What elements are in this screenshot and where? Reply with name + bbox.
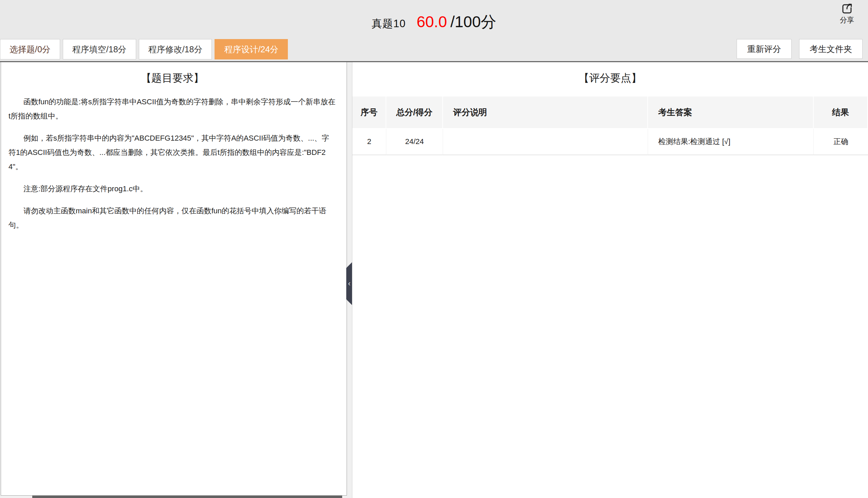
- question-paragraph: 例如，若s所指字符串中的内容为"ABCDEFG12345"，其中字符A的ASCI…: [9, 131, 336, 174]
- share-label: 分享: [835, 15, 859, 25]
- exam-title: 真题10: [372, 17, 406, 31]
- table-cell-index: 2: [352, 129, 386, 155]
- rescore-button[interactable]: 重新评分: [737, 39, 791, 59]
- column-header-explanation: 评分说明: [443, 96, 648, 129]
- header: 真题10 60.0 /100分 分享: [0, 0, 868, 37]
- panel-collapse-handle[interactable]: ‹: [346, 262, 352, 305]
- scoring-table: 序号 总分/得分 评分说明 考生答案 结果 2 24/24 检测结果:检测通过 …: [352, 96, 868, 155]
- table-cell-score: 24/24: [386, 129, 443, 155]
- scoring-points-panel: 【评分要点】 序号 总分/得分 评分说明 考生答案 结果 2 24/24 检测结…: [352, 62, 868, 498]
- table-cell-explanation: [443, 129, 648, 155]
- column-header-index: 序号: [352, 96, 386, 129]
- horizontal-scrollbar-thumb[interactable]: [32, 496, 342, 498]
- question-paragraph: 函数fun的功能是:将s所指字符串中ASCII值为奇数的字符删除，串中剩余字符形…: [9, 95, 336, 123]
- question-text: 函数fun的功能是:将s所指字符串中ASCII值为奇数的字符删除，串中剩余字符形…: [9, 95, 336, 232]
- question-requirements-panel: 【题目要求】 函数fun的功能是:将s所指字符串中ASCII值为奇数的字符删除，…: [1, 62, 347, 496]
- column-header-result: 结果: [814, 96, 868, 129]
- question-panel-title: 【题目要求】: [9, 71, 336, 85]
- tab-program-modify[interactable]: 程序修改/18分: [139, 39, 212, 60]
- content-area: 【题目要求】 函数fun的功能是:将s所指字符串中ASCII值为奇数的字符删除，…: [0, 61, 868, 498]
- score-value: 60.0: [417, 13, 447, 31]
- chevron-left-icon: ‹: [348, 280, 350, 287]
- toolbar-actions: 重新评分 考生文件夹: [737, 39, 863, 59]
- score-total: /100分: [450, 12, 497, 32]
- tab-multiple-choice[interactable]: 选择题/0分: [0, 39, 60, 60]
- share-icon: [835, 3, 859, 15]
- column-header-score: 总分/得分: [386, 96, 443, 129]
- question-paragraph: 请勿改动主函数main和其它函数中的任何内容，仅在函数fun的花括号中填入你编写…: [9, 204, 336, 232]
- question-paragraph: 注意:部分源程序存在文件prog1.c中。: [9, 182, 336, 196]
- table-cell-result: 正确: [814, 129, 868, 155]
- page-title: 真题10 60.0 /100分: [0, 0, 868, 37]
- share-button[interactable]: 分享: [835, 3, 859, 25]
- tab-program-fill[interactable]: 程序填空/18分: [63, 39, 136, 60]
- column-header-answer: 考生答案: [648, 96, 814, 129]
- table-cell-answer: 检测结果:检测通过 [√]: [648, 129, 814, 155]
- candidate-folder-button[interactable]: 考生文件夹: [799, 39, 863, 59]
- horizontal-scrollbar[interactable]: [1, 496, 347, 498]
- scoring-panel-title: 【评分要点】: [352, 71, 868, 85]
- tab-program-design[interactable]: 程序设计/24分: [215, 39, 288, 60]
